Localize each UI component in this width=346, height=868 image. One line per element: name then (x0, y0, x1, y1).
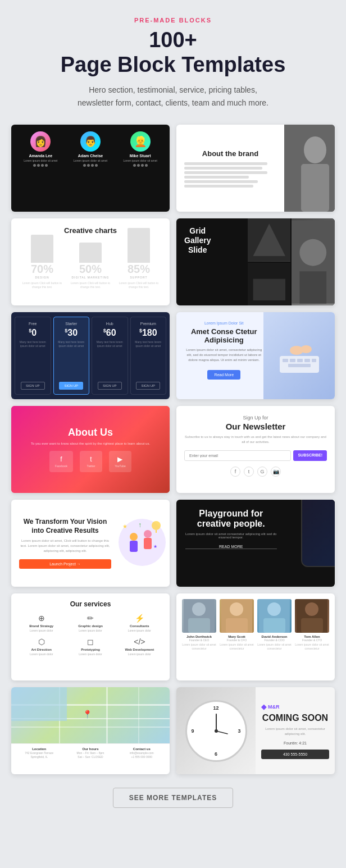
newsletter-socials: f t G 📷 (184, 467, 327, 477)
avatar-3: 👱 (130, 131, 151, 152)
location-title: Location (15, 747, 63, 751)
team2-role-1: Founder & CEO (182, 638, 216, 642)
plan-name-free: Free (29, 322, 37, 326)
cs-button[interactable]: 430 555-5550 (261, 750, 329, 759)
creative-btn[interactable]: Launch Project → (19, 559, 111, 569)
svg-rect-37 (263, 618, 285, 633)
social-facebook: f Facebook (49, 451, 73, 472)
service-desc-web: Lorem ipsum dolor (117, 652, 162, 656)
pricing-inner: Free $0 Many text here lorem ipsum dolor… (11, 312, 170, 399)
team2-member-1: John Dorthwick Founder & CEO Lorem ipsum… (182, 599, 216, 650)
nl-google[interactable]: G (257, 467, 267, 477)
pricing-btn-premium[interactable]: SIGN UP (136, 382, 160, 390)
svg-rect-15 (312, 359, 316, 362)
chart-desc-3: Lorem ipsum Click will button to change … (117, 281, 161, 289)
pricing-btn-free[interactable]: SIGN UP (21, 382, 45, 390)
svg-rect-40 (301, 618, 323, 633)
about-us-title: About Us (68, 427, 113, 438)
svg-point-33 (230, 602, 243, 616)
team2-photo-1 (182, 599, 216, 633)
about-brand-lines (184, 162, 276, 188)
nl-twitter[interactable]: t (244, 467, 254, 477)
map-pin-icon: 📍 (83, 710, 92, 719)
about-brand-card: About the brand (176, 125, 335, 212)
newsletter-email-input[interactable] (184, 450, 291, 461)
text-line (184, 162, 267, 165)
team2-role-2: Founder & CFO (220, 638, 254, 642)
text-line (184, 176, 249, 179)
service-name-brand: Brand Strategy (19, 624, 63, 628)
map-footer: Location 742 Evergreen TerraceSpringfiel… (11, 743, 170, 762)
map-col-location: Location 742 Evergreen TerraceSpringfiel… (15, 747, 63, 759)
newsletter-form: SUBSCRIBE! (184, 450, 327, 461)
nl-facebook[interactable]: f (230, 467, 240, 477)
member-name-3: Mike Stuart (115, 154, 165, 158)
newsletter-submit[interactable]: SUBSCRIBE! (293, 450, 327, 461)
service-desc-consult: Lorem ipsum dolor (117, 629, 162, 633)
see-more-wrap: SEE MORE TEMPLATES (11, 788, 335, 808)
youtube-icon: ▶ (115, 455, 126, 463)
chart-percent-1: 70% (20, 263, 64, 276)
chart-label-1: DESIGN (20, 276, 64, 279)
services-card: Our services ⊕ Brand Strategy Lorem ipsu… (11, 593, 170, 680)
web-icon: </> (117, 637, 162, 646)
chart-desc-1: Lorem ipsum Click will button to change … (20, 281, 64, 289)
playground-title: Playground forcreative people. (185, 509, 277, 529)
team2-photo-4 (295, 599, 329, 633)
team-member-1: 👩 Amanda Lee Lorem ipsum dolor sit amet (16, 131, 66, 167)
read-more-link[interactable]: READ MORE (185, 545, 277, 549)
about-us-card: About Us To you ever want to know about … (11, 406, 170, 493)
about-us-text: To you ever want to know about the spiri… (20, 442, 161, 445)
plan-text-hub: Many text here lorem ipsum dolor sit ame… (94, 340, 125, 348)
map-col-hours: Our hours Mon – Fri: 9am – 6pmSat – Sun:… (66, 747, 115, 759)
chart-digital: 50% DIGITAL MARKETING Lorem ipsum Click … (69, 240, 112, 289)
cta-button[interactable]: Read More (207, 370, 240, 380)
text-line (184, 185, 253, 188)
hours-title: Our hours (66, 747, 115, 751)
svg-point-30 (192, 602, 206, 616)
team2-desc-3: Lorem ipsum dolor sit amet consectetur (257, 643, 292, 650)
pricing-btn-hub[interactable]: SIGN UP (98, 382, 122, 390)
chart-bar-2 (79, 243, 102, 263)
page-wrapper: PRE-MADE BLOCKS 100+ Page Block Template… (0, 0, 346, 830)
nl-instagram[interactable]: 📷 (271, 467, 281, 477)
svg-point-20 (130, 533, 138, 541)
chart-percent-2: 50% (69, 263, 112, 276)
about-us-socials: f Facebook t Twitter ▶ YouTube (49, 451, 131, 472)
service-name-web: Web Development (117, 648, 162, 651)
pricing-btn-starter[interactable]: SIGN UP (59, 382, 83, 390)
svg-point-22 (144, 530, 152, 538)
gallery-title: Grid Gallery Slide (184, 226, 211, 254)
svg-rect-31 (188, 618, 210, 633)
creative-text: We Transform Your Visioninto Creative Re… (19, 518, 111, 569)
plan-price-free: $0 (29, 328, 37, 338)
chart-percent-3: 85% (117, 263, 161, 276)
grid-gallery-card: Grid Gallery Slide (176, 218, 335, 305)
consult-icon: ⚡ (117, 614, 162, 623)
service-name-graphic: Graphic design (68, 624, 112, 628)
clock-area: 12 3 6 9 (176, 687, 256, 774)
map-area: 📍 (11, 687, 170, 743)
services-title: Our services (19, 600, 162, 608)
cta-image-inner: ‹ (263, 312, 335, 399)
svg-point-43 (215, 729, 218, 733)
text-line (184, 180, 258, 183)
member-text-1: Lorem ipsum dolor sit amet (16, 159, 66, 162)
team2-desc-2: Lorem ipsum dolor sit amet consectetur (220, 643, 254, 650)
plan-name-starter: Starter (65, 322, 77, 326)
cs-text: Lorem ipsum dolor sit amet, consectetur … (261, 727, 329, 737)
service-desc-graphic: Lorem ipsum dolor (68, 629, 112, 633)
svg-point-18 (301, 345, 312, 353)
team-member-2: 👨 Adam Cheise Lorem ipsum dolor sit amet (66, 131, 116, 167)
cta-text: Lorem ipsum dolor sit amet, consectetur … (185, 348, 263, 363)
chart-bar-wrap-2 (69, 240, 112, 263)
see-more-button[interactable]: SEE MORE TEMPLATES (113, 788, 233, 808)
chart-bar-wrap-3 (117, 240, 161, 263)
plan-price-premium: $180 (139, 328, 157, 338)
contact-title: Contact us (117, 747, 166, 751)
social-twitter: t Twitter (80, 451, 102, 472)
social-dots-2 (66, 164, 116, 167)
keyboard-illustration (277, 334, 322, 378)
member-name-2: Adam Cheise (66, 154, 116, 158)
cta-image: ‹ (263, 312, 335, 399)
